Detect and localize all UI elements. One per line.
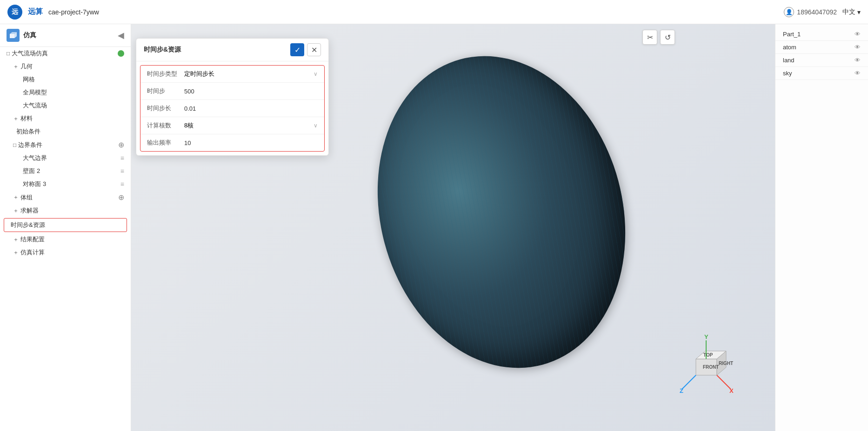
layer-row-sky: sky 👁 (775, 67, 868, 80)
expand-icon: ＋ (13, 115, 19, 123)
form-label-cores: 计算核数 (147, 121, 184, 130)
lang-label: 中文 (842, 8, 855, 16)
form-label-output-freq: 输出频率 (147, 139, 184, 147)
step-length-input[interactable] (184, 105, 318, 112)
layer-label-atom: atom (783, 44, 855, 51)
time-type-value: 定时间步长 (184, 70, 214, 78)
sidebar-item-wall2[interactable]: · 壁面 2 ≡ (0, 165, 131, 178)
viewport-toolbar: ✂ ↺ (642, 30, 675, 45)
cores-chevron[interactable]: ∨ (314, 122, 318, 129)
main-layout: 仿真 ◀ □ 大气流场仿真 ＋ 几何 · 网格 · 全局模型 · 大气流场 (0, 24, 868, 431)
dialog-confirm-button[interactable]: ✓ (290, 43, 304, 56)
output-freq-input[interactable] (184, 139, 318, 146)
expand-icon: □ (13, 142, 16, 148)
add-boundary-icon[interactable]: ⊕ (118, 140, 124, 149)
tree-label: 边界条件 (18, 141, 118, 149)
sidebar-item-timestep[interactable]: 时间步&资源 (4, 218, 127, 232)
expand-icon: ＋ (13, 249, 19, 257)
tree-label: 求解器 (20, 206, 124, 215)
layer-label-part1: Part_1 (783, 31, 855, 38)
svg-line-11 (717, 375, 731, 389)
menu-icon[interactable]: ≡ (120, 154, 124, 162)
header: 远 远算 cae-project-7yww 👤 18964047092 中文 ▾ (0, 0, 868, 24)
cut-icon: ✂ (647, 33, 653, 42)
eye-icon-atom[interactable]: 👁 (855, 44, 861, 51)
dialog-actions: ✓ ✕ (290, 43, 321, 56)
ellipse-geometry (344, 28, 659, 396)
layer-row-atom: atom 👁 (775, 41, 868, 54)
timestep-dialog: 时间步&资源 ✓ ✕ (136, 38, 329, 156)
viewport[interactable]: ✂ ↺ FRONT TOP RIGHT (131, 24, 775, 431)
sidebar-item-material[interactable]: ＋ 材料 (0, 112, 131, 125)
sidebar-item-solver[interactable]: ＋ 求解器 (0, 204, 131, 217)
lang-chevron: ▾ (857, 8, 861, 16)
tree-label: 材料 (20, 114, 124, 123)
add-group-icon[interactable]: ⊕ (118, 193, 124, 202)
time-step-input[interactable] (184, 88, 318, 95)
content-area: ✂ ↺ FRONT TOP RIGHT (131, 24, 775, 431)
form-row-cores: 计算核数 8核 ∨ (140, 117, 324, 134)
user-icon: 👤 (784, 7, 794, 17)
dialog-cancel-button[interactable]: ✕ (307, 43, 321, 56)
form-row-time-step: 时间步 (140, 83, 324, 100)
dialog-title: 时间步&资源 (144, 46, 181, 54)
sidebar-item-sim-calc[interactable]: ＋ 仿真计算 (0, 246, 131, 259)
3d-model-shape (381, 54, 622, 370)
svg-text:RIGHT: RIGHT (719, 361, 733, 366)
eye-icon-sky[interactable]: 👁 (855, 70, 861, 77)
logo-icon: 远 (7, 5, 22, 20)
svg-text:TOP: TOP (703, 352, 713, 358)
sidebar-item-atm-field[interactable]: · 大气流场 (0, 99, 131, 112)
sidebar-item-group[interactable]: ＋ 体组 ⊕ (0, 191, 131, 204)
sidebar-item-sym3[interactable]: · 对称面 3 ≡ (0, 178, 131, 191)
menu-icon[interactable]: ≡ (120, 180, 124, 188)
sidebar-item-init-cond[interactable]: · 初始条件 (0, 125, 131, 138)
sidebar-collapse-button[interactable]: ◀ (118, 30, 124, 40)
reset-button[interactable]: ↺ (660, 30, 675, 45)
dialog-body: 时间步类型 定时间步长 ∨ 时间步 (136, 65, 328, 152)
axis-indicator: FRONT TOP RIGHT Z X Y (677, 333, 738, 394)
svg-text:Z: Z (680, 387, 683, 394)
sidebar-item-boundary[interactable]: □ 边界条件 ⊕ (0, 138, 131, 152)
sidebar: 仿真 ◀ □ 大气流场仿真 ＋ 几何 · 网格 · 全局模型 · 大气流场 (0, 24, 131, 431)
layer-label-sky: sky (783, 70, 855, 77)
sidebar-title: 仿真 (23, 31, 36, 40)
tree-label: 几何 (20, 62, 124, 71)
form-row-output-freq: 输出频率 (140, 134, 324, 151)
sidebar-item-geometry[interactable]: ＋ 几何 (0, 60, 131, 73)
tree-label: 大气边界 (23, 154, 120, 162)
svg-rect-0 (10, 34, 14, 38)
expand-icon: □ (7, 50, 10, 57)
tree-label: 体组 (20, 193, 118, 202)
eye-icon-part1[interactable]: 👁 (855, 31, 861, 38)
brand-name: 远算 (28, 7, 43, 17)
dialog-form: 时间步类型 定时间步长 ∨ 时间步 (140, 65, 325, 152)
sidebar-item-result-config[interactable]: ＋ 结果配置 (0, 233, 131, 246)
tree-label: 全局模型 (23, 88, 124, 97)
menu-icon[interactable]: ≡ (120, 167, 124, 175)
svg-text:FRONT: FRONT (703, 365, 719, 370)
eye-icon-land[interactable]: 👁 (855, 57, 861, 64)
tree-label: 大气流场仿真 (12, 49, 118, 58)
sidebar-item-atm-boundary[interactable]: · 大气边界 ≡ (0, 152, 131, 165)
time-type-chevron[interactable]: ∨ (314, 71, 318, 77)
form-value-time-step (184, 88, 318, 95)
cores-value: 8核 (184, 121, 194, 130)
layer-row-land: land 👁 (775, 54, 868, 67)
sidebar-header: 仿真 ◀ (0, 24, 131, 47)
form-row-time-type: 时间步类型 定时间步长 ∨ (140, 66, 324, 83)
cut-button[interactable]: ✂ (642, 30, 657, 45)
svg-text:Y: Y (704, 333, 708, 340)
sidebar-item-global-model[interactable]: · 全局模型 (0, 86, 131, 99)
reset-icon: ↺ (665, 33, 671, 42)
status-dot (118, 50, 124, 57)
confirm-icon: ✓ (294, 46, 300, 54)
user-info: 👤 18964047092 (784, 7, 837, 17)
tree-label: 网格 (23, 75, 124, 84)
axis-cube-svg: FRONT TOP RIGHT Z X Y (677, 333, 738, 394)
lang-selector[interactable]: 中文 ▾ (842, 8, 861, 16)
sidebar-item-atm-flow[interactable]: □ 大气流场仿真 (0, 47, 131, 60)
form-value-cores: 8核 ∨ (184, 121, 318, 130)
sidebar-item-mesh[interactable]: · 网格 (0, 73, 131, 86)
form-label-step-length: 时间步长 (147, 104, 184, 113)
